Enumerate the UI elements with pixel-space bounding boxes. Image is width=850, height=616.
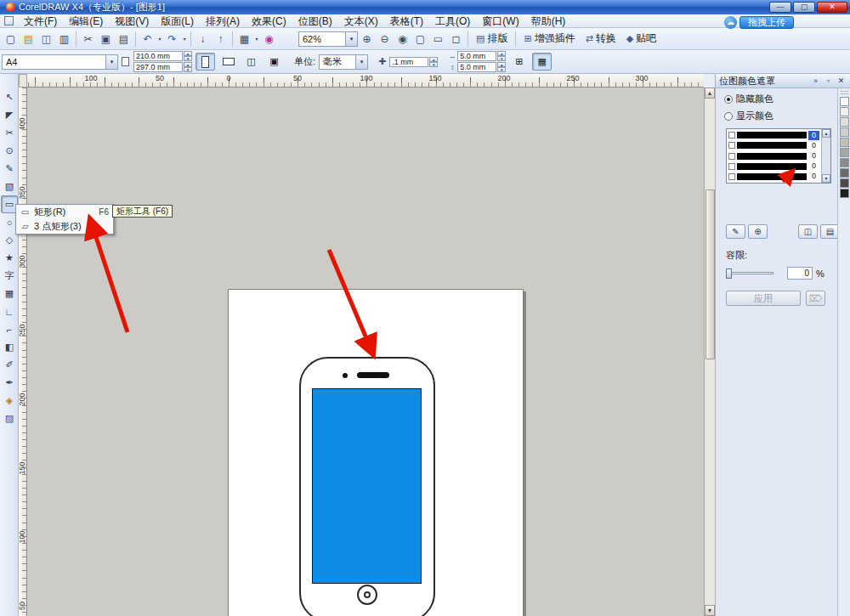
text-tool[interactable]: 字: [1, 267, 18, 285]
cut-icon[interactable]: ✂: [79, 30, 97, 48]
drag-upload-button[interactable]: 拖拽上传: [740, 16, 794, 29]
color-swatch[interactable]: [840, 178, 849, 188]
mask-color-list[interactable]: 0 0 0 0: [726, 128, 831, 184]
shape-tool[interactable]: ◤: [1, 106, 18, 124]
portrait-button[interactable]: [196, 53, 215, 71]
document-icon[interactable]: [4, 16, 14, 25]
mask-color-row[interactable]: 0: [728, 130, 820, 140]
color-swatch[interactable]: [840, 148, 849, 157]
phone-home-button[interactable]: [357, 585, 377, 605]
scroll-down-icon[interactable]: ▼: [705, 605, 715, 616]
menu-window[interactable]: 窗口(W): [476, 14, 524, 28]
crop-tool[interactable]: ✂: [1, 124, 18, 142]
mask-color-row[interactable]: 0: [728, 150, 820, 161]
snap-options-button[interactable]: ⊞: [509, 53, 529, 71]
mask-checkbox[interactable]: [728, 173, 735, 180]
pick-tool[interactable]: ↖: [1, 88, 18, 106]
mask-value[interactable]: 0: [808, 131, 819, 140]
mask-list-scrollbar[interactable]: ▴ ▾: [821, 129, 830, 183]
freehand-tool[interactable]: ✎: [1, 160, 18, 178]
menu-view[interactable]: 视图(V): [109, 14, 155, 28]
menu-table[interactable]: 表格(T): [384, 14, 429, 28]
scroll-up-icon[interactable]: ▴: [822, 129, 830, 138]
scrollbar-thumb[interactable]: [706, 189, 715, 359]
color-swatch[interactable]: [840, 138, 849, 147]
table-tool[interactable]: ▦: [1, 285, 18, 302]
landscape-button[interactable]: [218, 53, 238, 71]
mask-checkbox[interactable]: [728, 163, 735, 170]
tolerance-slider-thumb[interactable]: [726, 268, 732, 279]
new-document-icon[interactable]: ▢: [2, 30, 20, 48]
horizontal-ruler[interactable]: 100 50 0 50 100 150 200 250 300: [27, 74, 704, 88]
page-width-stepper[interactable]: ▴ ▾: [184, 51, 192, 61]
menu-layout[interactable]: 版面(L): [155, 14, 200, 28]
page-height-stepper[interactable]: ▴ ▾: [184, 62, 192, 72]
zoom-to-page-icon[interactable]: ▭: [429, 30, 447, 48]
mask-color-row[interactable]: 0: [728, 140, 820, 150]
mask-value[interactable]: 0: [808, 151, 819, 161]
zoom-in-icon[interactable]: ⊕: [358, 30, 376, 48]
eyedropper-button[interactable]: ✎: [726, 224, 745, 239]
outline-tool[interactable]: ✒: [1, 374, 18, 392]
minimize-button[interactable]: —: [769, 2, 791, 13]
duplicate-x-stepper[interactable]: ▴ ▾: [497, 51, 506, 61]
vertical-scrollbar[interactable]: ▲ ▼: [704, 88, 715, 616]
combo-arrow-icon[interactable]: ▾: [105, 55, 117, 69]
smart-fill-tool[interactable]: ▧: [1, 178, 18, 195]
convert-button[interactable]: ⇄ 转换: [581, 30, 621, 48]
redo-icon[interactable]: ↷: [163, 30, 181, 48]
radio-off-icon[interactable]: [724, 112, 733, 121]
docker-collapse-icon[interactable]: »: [810, 76, 821, 87]
duplicate-y-field[interactable]: 5.0 mm: [457, 62, 496, 72]
tieba-button[interactable]: ◆ 贴吧: [621, 30, 661, 48]
tolerance-slider[interactable]: [726, 272, 774, 274]
page-height-field[interactable]: 297.0 mm: [133, 62, 183, 72]
treat-as-filled-button[interactable]: ▦: [532, 53, 552, 71]
mask-color-row[interactable]: 0: [728, 172, 820, 182]
mask-checkbox[interactable]: [728, 153, 735, 160]
maximize-button[interactable]: ▢: [793, 2, 815, 13]
export-icon[interactable]: ↑: [212, 30, 230, 48]
undo-icon[interactable]: ↶: [139, 30, 156, 48]
mask-value[interactable]: 0: [808, 141, 819, 150]
zoom-selected-icon[interactable]: ◉: [394, 30, 411, 48]
vertical-ruler[interactable]: 400 350 300 250 200 150 100 50: [19, 88, 27, 616]
mask-color-row[interactable]: 0: [728, 161, 820, 172]
open-icon[interactable]: ▤: [20, 30, 37, 48]
color-swatch[interactable]: [840, 189, 849, 198]
tolerance-field[interactable]: 0: [787, 267, 813, 280]
zoom-tool[interactable]: ⊙: [1, 142, 18, 160]
enhance-plugin-button[interactable]: ⊞ 增强插件: [518, 30, 580, 48]
radio-on-icon[interactable]: [724, 95, 733, 104]
mask-checkbox[interactable]: [728, 142, 735, 149]
show-colors-option[interactable]: 显示颜色: [724, 110, 850, 122]
flyout-3point-rectangle-item[interactable]: ▱ 3 点矩形(3): [16, 219, 113, 234]
mask-checkbox[interactable]: [728, 132, 735, 138]
phone-camera-dot[interactable]: [343, 373, 348, 378]
drawing-canvas[interactable]: [27, 88, 704, 616]
zoom-to-width-icon[interactable]: ◻: [447, 30, 465, 48]
phone-screen-rect[interactable]: [312, 388, 422, 584]
mask-value[interactable]: 0: [808, 161, 819, 171]
color-swatch[interactable]: [840, 127, 849, 137]
spin-down-icon[interactable]: ▾: [429, 62, 438, 67]
delete-mask-icon[interactable]: ⌦: [806, 291, 825, 306]
connector-tool[interactable]: ⌐: [1, 320, 18, 338]
blend-tool[interactable]: ◧: [1, 338, 18, 356]
menu-help[interactable]: 帮助(H): [525, 14, 572, 28]
menu-file[interactable]: 文件(F): [18, 14, 63, 28]
combo-arrow-icon[interactable]: ▾: [345, 32, 357, 46]
eyedropper-tool[interactable]: ✐: [1, 356, 18, 374]
copy-icon[interactable]: ▣: [97, 30, 115, 48]
add-color-button[interactable]: ⊕: [748, 224, 768, 239]
redo-dropdown-icon[interactable]: ▾: [181, 36, 188, 42]
current-page-button[interactable]: ▣: [264, 53, 284, 71]
print-icon[interactable]: ▥: [55, 30, 73, 48]
undo-dropdown-icon[interactable]: ▾: [156, 36, 163, 42]
application-launcher-icon[interactable]: ▦: [235, 30, 253, 48]
close-button[interactable]: ✕: [817, 2, 847, 13]
menu-tools[interactable]: 工具(O): [429, 14, 476, 28]
import-icon[interactable]: ↓: [194, 30, 212, 48]
zoom-out-icon[interactable]: ⊖: [376, 30, 394, 48]
docker-close-icon[interactable]: ✕: [836, 76, 847, 87]
